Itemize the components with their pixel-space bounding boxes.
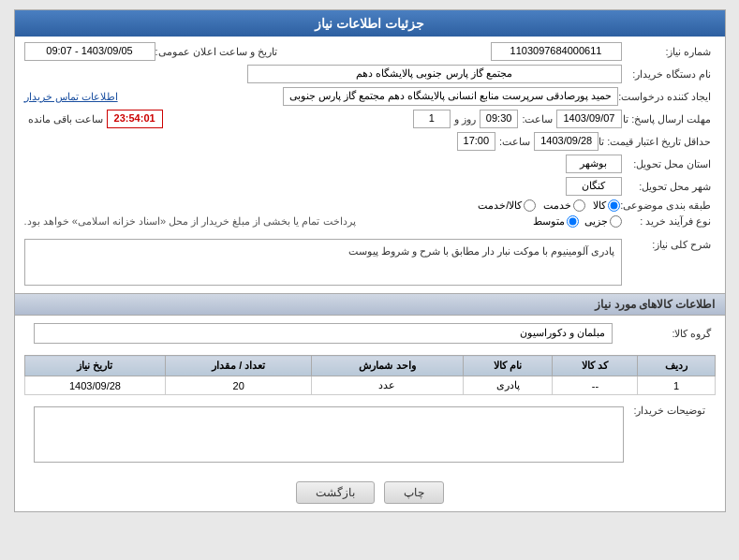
ostan-value: بوشهر [566, 155, 622, 173]
cell-kodKala: -- [553, 376, 638, 395]
items-table: ردیف کد کالا نام کالا واحد شمارش تعداد /… [24, 355, 716, 395]
table-row: 1--پادریعدد201403/09/28 [24, 376, 715, 395]
radio-kala-input[interactable] [608, 199, 620, 212]
radio-motavaset-input[interactable] [567, 215, 579, 228]
groupeKala-value: مبلمان و دکوراسیون [34, 323, 613, 344]
mohlat-label: مهلت ارسال پاسخ: تا [622, 113, 716, 125]
hadale-saat: 17:00 [457, 132, 496, 151]
radio-motavaset-label: متوسط [533, 215, 565, 228]
radio-khadamat-label: خدمت [543, 199, 571, 212]
radio-jozi-label: جزیی [584, 215, 608, 228]
radio-kala[interactable]: کالا [593, 199, 620, 212]
shahr-value: کنگان [566, 177, 622, 196]
hadale-saat-label: ساعت: [499, 136, 530, 148]
groupeKala-label: گروه کالا: [622, 328, 716, 340]
ettelaatTamas-link[interactable]: اطلاعات تماس خریدار [24, 91, 118, 103]
cell-radif: 1 [638, 376, 715, 395]
hadale-label: حداقل تاریخ اعتبار قیمت: تا [599, 136, 715, 148]
col-tarikh: تاریخ نیاز [24, 356, 166, 376]
noNoeKharid-label: نوع فرآیند خرید : [622, 215, 716, 228]
mohlat-countdown: 23:54:01 [107, 110, 163, 128]
btn-chap[interactable]: چاپ [384, 481, 444, 504]
namDastgah-label: نام دستگاه خریدار: [622, 68, 716, 81]
radio-kala-label: کالا [593, 199, 606, 212]
page-header: جزئیات اطلاعات نیاز [15, 10, 725, 37]
cell-tarikh: 1403/09/28 [24, 376, 166, 395]
cell-tedad: 20 [166, 376, 312, 395]
tozih-area [34, 406, 625, 463]
mohlat-mande-label: ساعت باقی مانده [28, 113, 103, 125]
radio-kala-khadamat-input[interactable] [524, 199, 536, 212]
col-kodKala: کد کالا [553, 356, 638, 376]
tarikhoSaat-label: تاریخ و ساعت اعلان عمومی: [155, 46, 281, 58]
mohlat-date: 1403/09/07 [556, 110, 621, 128]
main-container: جزئیات اطلاعات نیاز شماره نیاز: 11030976… [14, 9, 726, 512]
sharh-label: شرح کلی نیاز: [622, 239, 716, 251]
col-vahed: واحد شمارش [312, 356, 464, 376]
mohlat-roz: 1 [413, 110, 451, 128]
shomareNiaz-label: شماره نیاز: [622, 46, 716, 58]
radio-khadamat-input[interactable] [573, 199, 585, 212]
tozih-label: توضیحات خریدار: [633, 401, 715, 417]
radio-jozi[interactable]: جزیی [584, 215, 622, 228]
tabagheBandi-group: کالا خدمت کالا/خدمت [478, 199, 620, 212]
col-tedad: تعداد / مقدار [166, 356, 312, 376]
noNoeKharid-group: جزیی متوسط [533, 215, 622, 228]
radio-kala-khadamat-label: کالا/خدمت [478, 199, 522, 212]
ostan-label: استان محل تحویل: [622, 158, 716, 170]
tabagheBandi-label: طبقه بندی موضوعی: [620, 199, 715, 212]
radio-khadamat[interactable]: خدمت [543, 199, 585, 212]
kalaInfo-header: اطلاعات کالاهای مورد نیاز [15, 293, 725, 316]
radio-motavaset[interactable]: متوسط [533, 215, 579, 228]
eijadKonande-value: حمید پورصادقی سرپرست منابع انسانی پالایش… [283, 87, 619, 106]
col-namKala: نام کالا [463, 356, 552, 376]
namDastgah-value: مجتمع گاز پارس جنوبی پالایشگاه دهم [247, 65, 622, 83]
btn-bazgasht[interactable]: بازگشت [296, 481, 375, 504]
cell-vahed: عدد [312, 376, 464, 395]
eijadKonande-label: ایجاد کننده درخواست: [618, 91, 715, 103]
shomareNiaz-value: 1103097684000611 [491, 42, 622, 61]
header-title: جزئیات اطلاعات نیاز [315, 16, 424, 31]
col-radif: ردیف [638, 356, 715, 376]
mohlat-roz-label: روز و [454, 113, 476, 125]
mohlat-saat-label: ساعت: [522, 113, 553, 125]
footer-buttons: چاپ بازگشت [15, 474, 725, 511]
shahr-label: شهر محل تحویل: [622, 181, 716, 193]
payment-note: پرداخت تمام یا بخشی از مبلغ خریدار از مح… [24, 215, 356, 228]
radio-jozi-input[interactable] [610, 215, 622, 228]
mohlat-saat: 09:30 [480, 110, 519, 128]
hadale-date: 1403/09/28 [534, 132, 599, 151]
sharh-value: پادری آلومینیوم با موکت نبار دار مطابق ب… [24, 239, 622, 286]
tarikhoSaat-value: 1403/09/05 - 09:07 [24, 42, 155, 61]
radio-kala-khadamat[interactable]: کالا/خدمت [478, 199, 536, 212]
cell-namKala: پادری [463, 376, 552, 395]
